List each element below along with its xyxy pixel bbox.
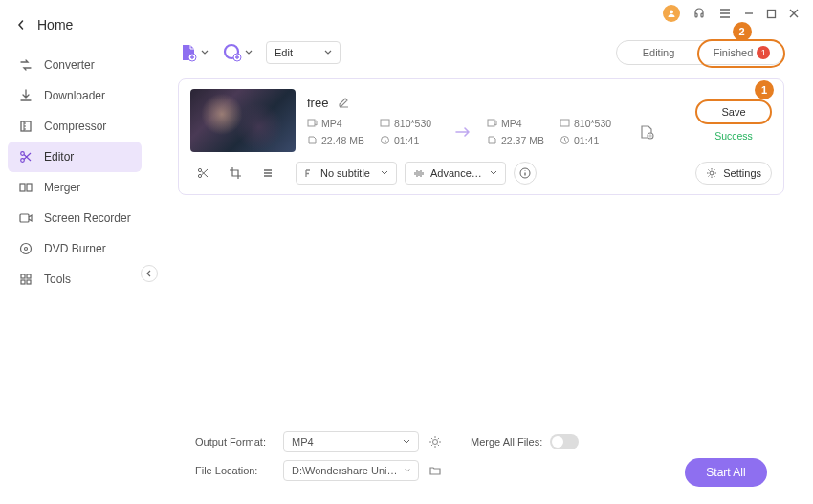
gear-icon <box>706 167 717 179</box>
media-item: free MP4 810*530 22.48 MB 01:41 <box>178 78 784 195</box>
file-location-select[interactable]: D:\Wondershare UniConverter 1 <box>283 460 419 481</box>
sidebar-item-label: Screen Recorder <box>44 211 131 225</box>
status-segmented: Editing 2 Finished 1 <box>616 40 784 65</box>
item-title: free <box>307 96 328 110</box>
home-title: Home <box>37 17 73 33</box>
svg-rect-8 <box>21 274 25 278</box>
sidebar-item-tools[interactable]: Tools <box>8 264 142 295</box>
sidebar-item-screen-recorder[interactable]: Screen Recorder <box>8 203 142 233</box>
sidebar-item-label: Merger <box>44 181 80 194</box>
save-button[interactable]: Save <box>695 99 772 124</box>
rename-icon[interactable] <box>338 97 350 109</box>
clock-icon <box>560 135 570 145</box>
tab-editing[interactable]: Editing <box>617 41 700 64</box>
sidebar-item-label: Compressor <box>44 120 106 133</box>
resolution-icon <box>380 118 390 128</box>
sidebar-item-label: DVD Burner <box>44 242 106 255</box>
file-settings-icon[interactable] <box>638 123 655 141</box>
minimize-button[interactable] <box>743 8 755 19</box>
menu-icon[interactable] <box>718 7 732 20</box>
merge-label: Merge All Files: <box>471 436 542 448</box>
clock-icon <box>380 135 390 145</box>
svg-rect-13 <box>768 10 776 17</box>
svg-point-27 <box>710 171 714 175</box>
merge-toggle[interactable] <box>550 434 579 449</box>
svg-rect-20 <box>488 120 494 126</box>
svg-rect-17 <box>308 120 315 126</box>
sidebar-item-downloader[interactable]: Downloader <box>8 80 142 111</box>
svg-rect-18 <box>381 120 389 126</box>
arrow-icon <box>449 125 479 139</box>
subtitle-dropdown[interactable]: No subtitle <box>296 162 397 185</box>
audio-wave-icon <box>413 168 425 179</box>
sidebar-item-compressor[interactable]: Compressor <box>8 111 142 142</box>
svg-point-7 <box>25 248 28 251</box>
converter-icon <box>18 57 33 73</box>
sidebar-item-merger[interactable]: Merger <box>8 172 142 203</box>
output-format-label: Output Format: <box>195 436 274 448</box>
video-icon <box>487 118 497 128</box>
maximize-button[interactable] <box>766 9 777 19</box>
grid-icon <box>18 272 33 287</box>
svg-rect-9 <box>27 274 31 278</box>
tab-finished[interactable]: 2 Finished 1 <box>700 41 783 64</box>
list-icon[interactable] <box>255 163 280 184</box>
sidebar-item-label: Editor <box>44 150 74 164</box>
back-button[interactable] <box>16 20 26 30</box>
sidebar-item-dvd-burner[interactable]: DVD Burner <box>8 233 142 264</box>
size-icon <box>487 135 497 145</box>
annotation-1: 1 <box>755 80 774 99</box>
svg-rect-10 <box>21 280 25 284</box>
download-icon <box>18 88 33 103</box>
record-icon <box>18 210 33 226</box>
user-avatar[interactable] <box>663 5 680 22</box>
sidebar-item-label: Converter <box>44 58 95 72</box>
edit-dropdown-label: Edit <box>275 47 293 58</box>
settings-button[interactable]: Settings <box>695 162 772 185</box>
svg-point-28 <box>433 440 438 445</box>
merge-icon <box>18 180 33 195</box>
svg-point-24 <box>198 168 201 171</box>
scissors-icon <box>18 149 33 164</box>
svg-rect-4 <box>27 184 32 191</box>
add-url-button[interactable] <box>222 42 253 63</box>
disc-icon <box>18 241 33 256</box>
finished-count-badge: 1 <box>757 46 770 59</box>
add-file-button[interactable] <box>178 42 209 63</box>
sidebar-item-label: Downloader <box>44 89 105 102</box>
annotation-2: 2 <box>733 22 752 41</box>
audio-dropdown[interactable]: Advanced Audi... <box>405 162 506 185</box>
file-location-label: File Location: <box>195 465 274 476</box>
sidebar-item-converter[interactable]: Converter <box>8 50 142 80</box>
svg-point-6 <box>21 244 32 254</box>
svg-rect-3 <box>20 184 25 191</box>
sidebar-item-label: Tools <box>44 273 71 286</box>
thumbnail[interactable] <box>190 89 296 152</box>
compress-icon <box>18 119 33 134</box>
video-icon <box>307 118 318 128</box>
start-all-button[interactable]: Start All <box>685 458 767 487</box>
edit-dropdown[interactable]: Edit <box>266 41 341 64</box>
svg-rect-5 <box>20 214 29 222</box>
svg-rect-21 <box>560 120 569 126</box>
svg-rect-11 <box>27 280 31 284</box>
open-folder-icon[interactable] <box>428 464 442 477</box>
support-icon[interactable] <box>692 6 707 21</box>
size-icon <box>307 135 318 145</box>
status-success: Success <box>714 130 753 142</box>
format-settings-icon[interactable] <box>428 435 442 449</box>
svg-point-12 <box>670 11 673 14</box>
sidebar-item-editor[interactable]: Editor <box>8 142 142 172</box>
output-format-select[interactable]: MP4 <box>283 431 419 452</box>
close-button[interactable] <box>788 8 800 19</box>
svg-point-25 <box>198 174 201 177</box>
info-button[interactable] <box>514 162 537 185</box>
resolution-icon <box>560 118 570 128</box>
subtitle-icon <box>304 168 315 179</box>
cut-icon[interactable] <box>190 163 215 184</box>
collapse-sidebar-button[interactable] <box>141 265 158 282</box>
crop-icon[interactable] <box>223 163 248 184</box>
